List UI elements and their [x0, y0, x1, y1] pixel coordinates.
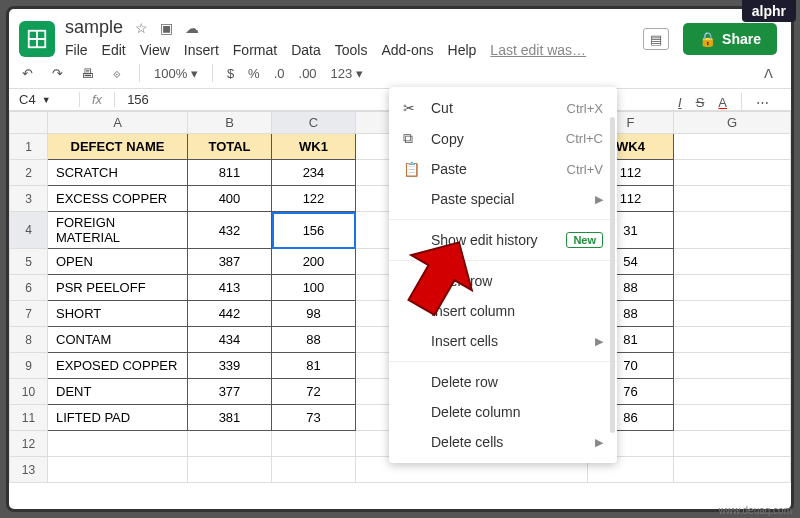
currency-button[interactable]: $: [227, 66, 234, 81]
cell[interactable]: 200: [272, 249, 356, 275]
cell[interactable]: [674, 249, 791, 275]
paint-format-icon[interactable]: ⟐: [109, 65, 125, 81]
cell[interactable]: [674, 353, 791, 379]
col-header-b[interactable]: B: [188, 112, 272, 134]
cell[interactable]: 432: [188, 212, 272, 249]
doc-title[interactable]: sample: [65, 17, 123, 38]
menu-tools[interactable]: Tools: [335, 42, 368, 58]
ctx-copy[interactable]: ⧉CopyCtrl+C: [389, 123, 617, 154]
row-header[interactable]: 11: [10, 405, 48, 431]
format-123-button[interactable]: 123 ▾: [331, 66, 363, 81]
cell[interactable]: 122: [272, 186, 356, 212]
cloud-icon[interactable]: ☁: [185, 20, 199, 36]
menu-edit[interactable]: Edit: [102, 42, 126, 58]
menu-insert[interactable]: Insert: [184, 42, 219, 58]
cell[interactable]: 72: [272, 379, 356, 405]
cell[interactable]: [188, 431, 272, 457]
cell[interactable]: [188, 457, 272, 483]
col-header-c[interactable]: C: [272, 112, 356, 134]
italic-button[interactable]: I: [678, 95, 682, 110]
row-header[interactable]: 7: [10, 301, 48, 327]
cell[interactable]: [272, 431, 356, 457]
cell[interactable]: 81: [272, 353, 356, 379]
cell[interactable]: CONTAM: [48, 327, 188, 353]
cell[interactable]: [674, 327, 791, 353]
ctx-cut[interactable]: ✂CutCtrl+X: [389, 93, 617, 123]
ctx-delete-cells[interactable]: Delete cells▶: [389, 427, 617, 457]
zoom-select[interactable]: 100% ▾: [154, 66, 198, 81]
row-header[interactable]: 8: [10, 327, 48, 353]
row-header[interactable]: 4: [10, 212, 48, 249]
header-cell[interactable]: TOTAL: [188, 134, 272, 160]
cell[interactable]: SHORT: [48, 301, 188, 327]
row-header[interactable]: 1: [10, 134, 48, 160]
redo-icon[interactable]: ↷: [49, 65, 65, 81]
cell[interactable]: [674, 405, 791, 431]
cell[interactable]: 377: [188, 379, 272, 405]
cell[interactable]: 400: [188, 186, 272, 212]
select-all-corner[interactable]: [10, 112, 48, 134]
share-button[interactable]: 🔒Share: [683, 23, 777, 55]
cell[interactable]: [674, 160, 791, 186]
cell[interactable]: 434: [188, 327, 272, 353]
cell[interactable]: SCRATCH: [48, 160, 188, 186]
name-box[interactable]: C4 ▼: [19, 92, 79, 107]
cell[interactable]: LIFTED PAD: [48, 405, 188, 431]
comments-button[interactable]: ▤: [643, 28, 669, 50]
cell[interactable]: [674, 212, 791, 249]
formula-input[interactable]: 156: [115, 92, 149, 107]
cell[interactable]: EXPOSED COPPER: [48, 353, 188, 379]
cell[interactable]: 381: [188, 405, 272, 431]
move-icon[interactable]: ▣: [160, 20, 173, 36]
ctx-show-edit-history[interactable]: Show edit historyNew: [389, 225, 617, 255]
cell[interactable]: FOREIGN MATERIAL: [48, 212, 188, 249]
undo-icon[interactable]: ↶: [19, 65, 35, 81]
ctx-insert-row[interactable]: Insert row: [389, 266, 617, 296]
row-header[interactable]: 3: [10, 186, 48, 212]
cell[interactable]: [674, 457, 791, 483]
menu-help[interactable]: Help: [448, 42, 477, 58]
col-header-a[interactable]: A: [48, 112, 188, 134]
cell[interactable]: 88: [272, 327, 356, 353]
cell[interactable]: [674, 275, 791, 301]
cell[interactable]: EXCESS COPPER: [48, 186, 188, 212]
ctx-delete-row[interactable]: Delete row: [389, 367, 617, 397]
cell[interactable]: 413: [188, 275, 272, 301]
cell[interactable]: [674, 301, 791, 327]
ctx-insert-column[interactable]: Insert column: [389, 296, 617, 326]
menu-format[interactable]: Format: [233, 42, 277, 58]
cell[interactable]: [674, 379, 791, 405]
cell[interactable]: [674, 134, 791, 160]
cell[interactable]: [272, 457, 356, 483]
cell[interactable]: [48, 457, 188, 483]
menu-addons[interactable]: Add-ons: [381, 42, 433, 58]
row-header[interactable]: 6: [10, 275, 48, 301]
cell[interactable]: 442: [188, 301, 272, 327]
cell[interactable]: 387: [188, 249, 272, 275]
cell[interactable]: 100: [272, 275, 356, 301]
cell[interactable]: OPEN: [48, 249, 188, 275]
cell[interactable]: 73: [272, 405, 356, 431]
cell[interactable]: 339: [188, 353, 272, 379]
row-header[interactable]: 10: [10, 379, 48, 405]
header-cell[interactable]: WK1: [272, 134, 356, 160]
percent-button[interactable]: %: [248, 66, 260, 81]
ctx-paste-special[interactable]: Paste special▶: [389, 184, 617, 214]
row-header[interactable]: 13: [10, 457, 48, 483]
sheets-logo[interactable]: [19, 21, 55, 57]
print-icon[interactable]: 🖶: [79, 65, 95, 81]
more-tools-button[interactable]: ⋯: [756, 95, 771, 110]
ctx-insert-cells[interactable]: Insert cells▶: [389, 326, 617, 356]
cell[interactable]: [674, 431, 791, 457]
header-cell[interactable]: DEFECT NAME: [48, 134, 188, 160]
cell[interactable]: PSR PEELOFF: [48, 275, 188, 301]
col-header-g[interactable]: G: [674, 112, 791, 134]
strikethrough-button[interactable]: S: [696, 95, 705, 110]
cell[interactable]: 98: [272, 301, 356, 327]
cell[interactable]: 811: [188, 160, 272, 186]
collapse-toolbar-icon[interactable]: ᐱ: [764, 66, 781, 81]
text-color-button[interactable]: A: [718, 95, 727, 110]
star-icon[interactable]: ☆: [135, 20, 148, 36]
ctx-paste[interactable]: 📋PasteCtrl+V: [389, 154, 617, 184]
dec-decrease-button[interactable]: .0: [274, 66, 285, 81]
